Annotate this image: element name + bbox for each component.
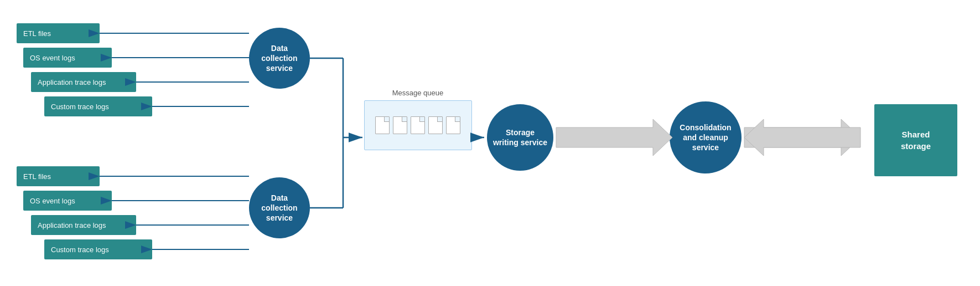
app-trace-logs-bot: Application trace logs: [31, 215, 136, 235]
doc-icon-1: [375, 116, 390, 134]
doc-icon-5: [446, 116, 460, 134]
etl-files-top: ETL files: [17, 23, 100, 43]
message-queue: Message queue: [362, 89, 473, 150]
queue-box: [364, 100, 472, 150]
diagram-container: ETL files OS event logs Application trac…: [0, 0, 980, 286]
shared-storage: Shared storage: [874, 104, 957, 176]
svg-marker-19: [744, 119, 860, 156]
queue-label: Message queue: [392, 89, 444, 97]
custom-trace-logs-bot: Custom trace logs: [44, 239, 152, 259]
doc-icon-2: [393, 116, 407, 134]
data-collection-service-bot: Data collection service: [249, 177, 310, 238]
storage-writing-service: Storage writing service: [487, 104, 553, 171]
data-collection-service-top: Data collection service: [249, 28, 310, 89]
doc-icon-4: [428, 116, 443, 134]
etl-files-bot: ETL files: [17, 166, 100, 186]
svg-marker-17: [556, 119, 672, 156]
custom-trace-logs-top: Custom trace logs: [44, 96, 152, 116]
app-trace-logs-top: Application trace logs: [31, 72, 136, 92]
consolidation-cleanup-service: Consolidation and cleanup service: [670, 101, 742, 173]
svg-marker-18: [744, 119, 860, 156]
doc-icon-3: [411, 116, 425, 134]
os-event-logs-top: OS event logs: [23, 48, 112, 68]
os-event-logs-bot: OS event logs: [23, 191, 112, 211]
